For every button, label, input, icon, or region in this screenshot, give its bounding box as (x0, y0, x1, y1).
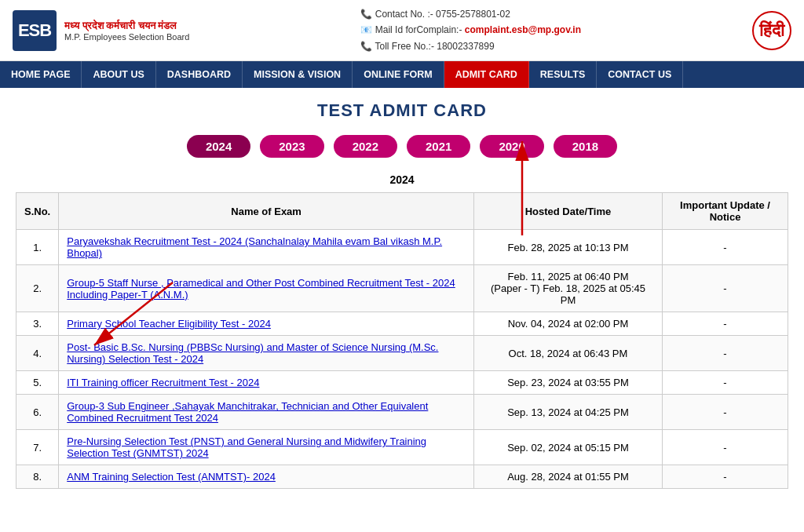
header: ESB मध्य प्रदेश कर्मचारी चयन मंडल M.P. E… (0, 0, 804, 61)
cell-sno: 3. (16, 312, 59, 336)
navigation: HOME PAGE ABOUT US DASHBOARD MISSION & V… (0, 61, 804, 88)
col-date-time: Hosted Date/Time (474, 193, 663, 230)
year-tab-2024[interactable]: 2024 (187, 135, 250, 158)
nav-online-form[interactable]: ONLINE FORM (353, 61, 444, 88)
cell-sno: 8. (16, 465, 59, 489)
cell-date-time: Nov. 04, 2024 at 02:00 PM (474, 312, 663, 336)
cell-exam-name: Post- Basic B.Sc. Nursing (PBBSc Nursing… (59, 336, 474, 371)
cell-exam-name: Paryavekshak Recruitment Test - 2024 (Sa… (59, 230, 474, 265)
table-row: 3.Primary School Teacher Eligibility Tes… (16, 312, 788, 336)
page-title: TEST ADMIT CARD (16, 100, 788, 121)
cell-exam-name: Pre-Nursing Selection Test (PNST) and Ge… (59, 430, 474, 465)
cell-date-time: Feb. 11, 2025 at 06:40 PM (Paper - T) Fe… (474, 265, 663, 312)
logo-icon: ESB (13, 10, 57, 51)
contact-info: 📞 Contact No. :- 0755-2578801-02 📧 Mail … (360, 6, 581, 54)
year-tab-2020[interactable]: 2020 (480, 135, 543, 158)
cell-update: - (663, 430, 788, 465)
cell-date-time: Oct. 18, 2024 at 06:43 PM (474, 336, 663, 371)
table-row: 8.ANM Training Selection Test (ANMTST)- … (16, 465, 788, 489)
year-tab-2023[interactable]: 2023 (260, 135, 323, 158)
logo-text: मध्य प्रदेश कर्मचारी चयन मंडल M.P. Emplo… (64, 20, 189, 42)
year-tab-2021[interactable]: 2021 (407, 135, 470, 158)
table-row: 2.Group-5 Staff Nurse , Paramedical and … (16, 265, 788, 312)
exam-link[interactable]: Primary School Teacher Eligibility Test … (67, 318, 271, 330)
cell-update: - (663, 312, 788, 336)
nav-home[interactable]: HOME PAGE (0, 61, 82, 88)
exam-link[interactable]: Group-5 Staff Nurse , Paramedical and Ot… (67, 277, 455, 301)
table-row: 7.Pre-Nursing Selection Test (PNST) and … (16, 430, 788, 465)
nav-about[interactable]: ABOUT US (82, 61, 155, 88)
contact-no: 📞 Contact No. :- 0755-2578801-02 (360, 6, 581, 22)
cell-update: - (663, 371, 788, 395)
cell-sno: 4. (16, 336, 59, 371)
exam-link[interactable]: ITI Training officer Recruitment Test - … (67, 377, 259, 388)
cell-update: - (663, 230, 788, 265)
exam-link[interactable]: Group-3 Sub Engineer ,Sahayak Manchitrak… (67, 400, 428, 424)
nav-results[interactable]: RESULTS (529, 61, 597, 88)
cell-sno: 1. (16, 230, 59, 265)
nav-mission[interactable]: MISSION & VISION (243, 61, 353, 88)
table-header-row: S.No. Name of Exam Hosted Date/Time Impo… (16, 193, 788, 230)
table-row: 6.Group-3 Sub Engineer ,Sahayak Manchitr… (16, 395, 788, 430)
toll-free: 📞 Toll Free No.:- 18002337899 (360, 38, 581, 54)
year-tab-2018[interactable]: 2018 (554, 135, 617, 158)
cell-date-time: Sep. 13, 2024 at 04:25 PM (474, 395, 663, 430)
mail-id: 📧 Mail Id forComplain:- complaint.esb@mp… (360, 22, 581, 38)
exam-link[interactable]: Pre-Nursing Selection Test (PNST) and Ge… (67, 435, 426, 459)
page-wrapper: ESB मध्य प्रदेश कर्मचारी चयन मंडल M.P. E… (0, 0, 804, 501)
cell-sno: 6. (16, 395, 59, 430)
logo-area: ESB मध्य प्रदेश कर्मचारी चयन मंडल M.P. E… (13, 10, 189, 51)
cell-date-time: Sep. 02, 2024 at 05:15 PM (474, 430, 663, 465)
main-content: TEST ADMIT CARD 2024 2023 2022 2021 2020… (0, 88, 804, 501)
year-tab-2022[interactable]: 2022 (334, 135, 397, 158)
cell-update: - (663, 336, 788, 371)
table-row: 4.Post- Basic B.Sc. Nursing (PBBSc Nursi… (16, 336, 788, 371)
cell-date-time: Aug. 28, 2024 at 01:55 PM (474, 465, 663, 489)
cell-exam-name: Primary School Teacher Eligibility Test … (59, 312, 474, 336)
col-sno: S.No. (16, 193, 59, 230)
exam-link[interactable]: Post- Basic B.Sc. Nursing (PBBSc Nursing… (67, 341, 438, 365)
nav-dashboard[interactable]: DASHBOARD (156, 61, 243, 88)
cell-sno: 2. (16, 265, 59, 312)
admit-card-table: S.No. Name of Exam Hosted Date/Time Impo… (16, 192, 788, 489)
org-name-en: M.P. Employees Selection Board (64, 32, 189, 42)
org-name-hi: मध्य प्रदेश कर्मचारी चयन मंडल (64, 20, 189, 32)
cell-sno: 5. (16, 371, 59, 395)
col-update: Important Update / Notice (663, 193, 788, 230)
exam-link[interactable]: Paryavekshak Recruitment Test - 2024 (Sa… (67, 235, 442, 259)
cell-exam-name: Group-5 Staff Nurse , Paramedical and Ot… (59, 265, 474, 312)
cell-exam-name: ITI Training officer Recruitment Test - … (59, 371, 474, 395)
cell-date-time: Sep. 23, 2024 at 03:55 PM (474, 371, 663, 395)
cell-exam-name: ANM Training Selection Test (ANMTST)- 20… (59, 465, 474, 489)
table-row: 5.ITI Training officer Recruitment Test … (16, 371, 788, 395)
cell-update: - (663, 395, 788, 430)
hindi-button[interactable]: हिंदी (752, 11, 791, 50)
nav-contact[interactable]: CONTACT US (597, 61, 683, 88)
section-year-label: 2024 (16, 173, 788, 186)
cell-update: - (663, 265, 788, 312)
year-tabs: 2024 2023 2022 2021 2020 2018 (16, 135, 788, 158)
cell-sno: 7. (16, 430, 59, 465)
nav-admit-card[interactable]: ADMIT CARD (444, 61, 529, 88)
table-row: 1.Paryavekshak Recruitment Test - 2024 (… (16, 230, 788, 265)
cell-date-time: Feb. 28, 2025 at 10:13 PM (474, 230, 663, 265)
exam-link[interactable]: ANM Training Selection Test (ANMTST)- 20… (67, 471, 276, 483)
cell-exam-name: Group-3 Sub Engineer ,Sahayak Manchitrak… (59, 395, 474, 430)
cell-update: - (663, 465, 788, 489)
col-exam-name: Name of Exam (59, 193, 474, 230)
